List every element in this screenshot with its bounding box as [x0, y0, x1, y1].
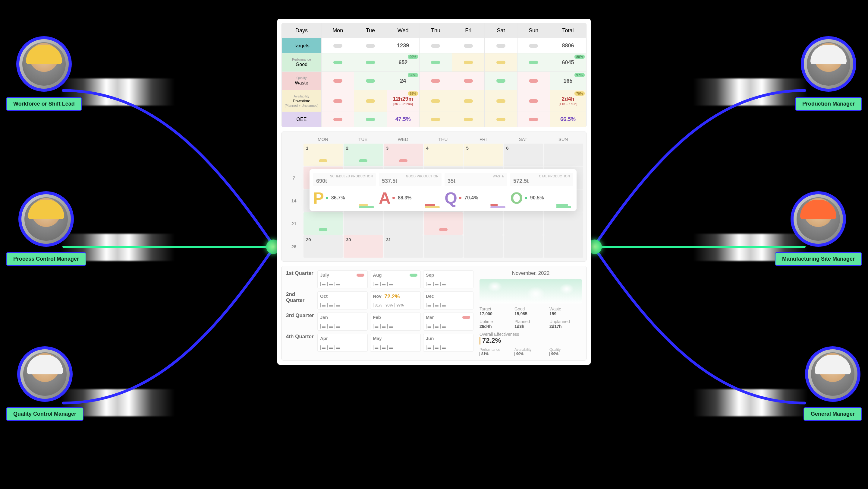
col-mon: Mon	[321, 23, 354, 38]
persona-site-manager: Manufacturing Site Manager	[775, 191, 862, 266]
persona-general-manager: General Manager	[804, 346, 862, 421]
table-row-waste: QualityWaste 96%24 97%165	[282, 72, 586, 90]
col-total: Total	[550, 23, 586, 38]
persona-process-control: Process Control Manager	[6, 191, 86, 266]
persona-label: Quality Control Manager	[6, 407, 84, 421]
calendar-header: MONTUEWEDTHUFRISATSUN	[285, 135, 583, 144]
persona-label: Production Manager	[795, 97, 862, 111]
persona-label: Manufacturing Site Manager	[775, 252, 862, 266]
persona-workforce-lead: Workforce or Shift Lead	[6, 36, 82, 111]
month-detail: November, 2022 Target17,000 Good15,985 W…	[479, 270, 582, 356]
table-header: Days Mon Tue Wed Thu Fri Sat Sun Total	[282, 23, 586, 38]
persona-quality-control: Quality Control Manager	[6, 346, 84, 421]
good-wed: 652	[398, 59, 407, 66]
table-row-targets: Targets 1239 8806	[282, 38, 586, 53]
paqo-overlay: SCHEDULED PRODUCTION690t GOOD PRODUCTION…	[310, 169, 577, 211]
motion-streak	[693, 389, 808, 416]
col-days: Days	[282, 23, 321, 38]
table-row-oee: OEE 47.5% 66.5%	[282, 112, 586, 127]
col-sun: Sun	[518, 23, 550, 38]
targets-total: 8806	[562, 42, 574, 49]
col-tue: Tue	[354, 23, 387, 38]
oee-wed: 47.5%	[396, 116, 411, 122]
targets-wed: 1239	[397, 42, 409, 49]
col-thu: Thu	[420, 23, 452, 38]
weekly-metrics-table: Days Mon Tue Wed Thu Fri Sat Sun Total T…	[281, 23, 587, 127]
downtime-wed: 12h29m	[393, 96, 413, 102]
motion-streak	[693, 79, 808, 106]
dashboard-panel: Days Mon Tue Wed Thu Fri Sat Sun Total T…	[277, 19, 591, 365]
row-label: PerformanceGood	[282, 53, 321, 72]
persona-label: Process Control Manager	[6, 252, 86, 266]
col-fri: Fri	[452, 23, 485, 38]
quarter-grid: 1st Quarter July▬▬▬ Aug▬▬▬ Sep▬▬▬ 2nd Qu…	[286, 270, 473, 356]
month-chart	[479, 279, 582, 304]
persona-label: General Manager	[804, 407, 862, 421]
row-label: QualityWaste	[282, 72, 321, 90]
waste-total: 165	[563, 78, 572, 84]
table-row-downtime: AvailabilityDowntime[Planned + Unplanned…	[282, 90, 586, 112]
col-wed: Wed	[387, 23, 420, 38]
downtime-total: 2d4h	[561, 96, 574, 102]
persona-production-manager: Production Manager	[795, 36, 862, 111]
quarterly-panel: 1st Quarter July▬▬▬ Aug▬▬▬ Sep▬▬▬ 2nd Qu…	[281, 266, 587, 361]
waste-wed: 24	[400, 78, 406, 84]
row-label: AvailabilityDowntime[Planned + Unplanned…	[282, 90, 321, 112]
calendar-panel: MONTUEWEDTHUFRISATSUN 123456 7 14 21 282…	[281, 132, 587, 262]
good-total: 6045	[562, 59, 574, 66]
row-label: Targets	[282, 38, 321, 53]
col-sat: Sat	[485, 23, 517, 38]
month-title: November, 2022	[479, 270, 582, 276]
oee-total: 66.5%	[560, 116, 576, 122]
table-row-good: PerformanceGood 99%652 88%6045	[282, 53, 586, 72]
persona-label: Workforce or Shift Lead	[6, 97, 82, 111]
row-label: OEE	[282, 112, 321, 127]
